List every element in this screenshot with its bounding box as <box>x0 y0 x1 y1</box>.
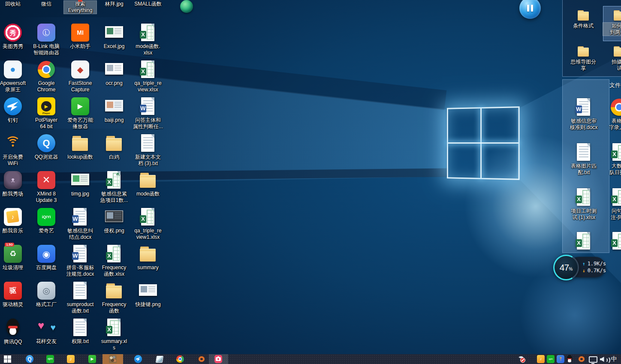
faststone-capture-icon: ◆ <box>71 60 90 79</box>
panel-item-project-hours-test-xlsx[interactable]: X项目工时测试 (1).xlsx <box>567 188 600 221</box>
icon-label: FastStoneCapture <box>64 80 96 93</box>
desktop-icon-sumproduct-txt[interactable]: sumproduct函数.txt <box>64 281 96 314</box>
desktop-icon-iqiyi-player[interactable]: ▶爱奇艺万能播放器 <box>64 97 96 130</box>
desktop-icon-frequency-function-folder[interactable]: Frequency函数 <box>98 281 130 314</box>
tb-iqiyi-player-icon: ▶ <box>88 355 96 363</box>
panel-item-excel-file-bottom-left[interactable]: X <box>567 232 600 250</box>
desktop-icon-qa-subject-attr-docx[interactable]: W问答主体和属性判断任... <box>132 97 164 130</box>
taskbar-ime-indicator[interactable]: 中 <box>609 354 621 364</box>
driver-genius-icon: 驱 <box>3 281 22 300</box>
desktop-icon-mi-assistant[interactable]: MI小米助手 <box>64 23 96 50</box>
desktop-icon-meitu-xiuxiu[interactable]: 秀美图秀秀 <box>0 23 29 50</box>
taskbar-tb-faststone-ring[interactable] <box>195 354 208 364</box>
panel-item-table-pic-text-entry[interactable]: 表格图字录入项 <box>603 98 621 131</box>
desktop-icon-kuwo-music[interactable]: ♪酷我音乐 <box>0 208 29 234</box>
desktop-icon-baiji-png[interactable]: baiji.png <box>98 97 130 123</box>
desktop-icon-qa-triple-review1-xlsx[interactable]: Xqa_triple_review1.xlsx <box>132 208 164 241</box>
desktop-icon-lookup-function-folder[interactable]: lookup函数 <box>64 134 96 160</box>
desktop-icon-qa-triple-review-xlsx[interactable]: Xqa_triple_review.xlsx <box>132 60 164 93</box>
desktop-icon-summary-xls[interactable]: Xsummary.xls <box>98 318 130 351</box>
desktop-icon-sensitive-knot-docx[interactable]: W敏感信息纠结点.docx <box>64 208 96 241</box>
pause-button[interactable] <box>519 0 541 19</box>
desktop-icon-hotkey-png[interactable]: 快捷键.png <box>132 281 164 308</box>
icon-label: 酷我音乐 <box>0 228 29 234</box>
desktop-icon-qinquan-png[interactable]: 侵权.png <box>98 208 130 234</box>
icon-label: 格式工厂 <box>30 301 63 308</box>
icon-label: timg.jpg <box>64 191 96 197</box>
excel-jpg-icon <box>105 23 124 42</box>
tb-iqiyi-icon: iQIYI <box>46 355 54 363</box>
usage-percent-circle[interactable]: 47% <box>553 255 579 280</box>
desktop-icon-small-function[interactable]: SMALL函数 <box>132 0 164 7</box>
panel-item-excel-file-bottom-right[interactable]: X <box>603 232 621 250</box>
taskbar-tb-glass-app[interactable] <box>153 354 166 364</box>
desktop-icon-excel-jpg[interactable]: Excel.jpg <box>98 23 130 50</box>
desktop-icon-dingtalk[interactable]: 钉钉 <box>0 97 29 123</box>
desktop-icon-ocr-png[interactable]: ocr.png <box>98 60 130 87</box>
desktop-icon-mode-function-folder[interactable]: mode函数 <box>132 171 164 197</box>
icon-label: 敏感信息审核准则.docx <box>567 118 600 131</box>
icon-label: 花样交友 <box>30 338 63 345</box>
desktop-icon-google-chrome[interactable]: GoogleChrome <box>30 60 63 93</box>
taskbar-tray-wifi-disconnected[interactable] <box>515 354 528 364</box>
taskbar-start-button[interactable] <box>1 354 14 364</box>
panel-item-question-match-ali[interactable]: X问句匹注-阿里 <box>603 188 621 221</box>
desktop-icon-frequency-function-xlsx[interactable]: XFrequency函数.xlsx <box>98 244 130 277</box>
desktop-icon-quanxian-txt[interactable]: 权限.txt <box>64 318 96 345</box>
desktop-icon-blink-router[interactable]: ⓁB-Link 电脑智能路由器 <box>30 23 63 56</box>
taskbar-tb-qq-browser[interactable]: Q <box>23 354 36 364</box>
desktop-icon-mode-function-xlsx[interactable]: Xmode函数.xlsx <box>132 23 164 56</box>
desktop-icon-baiji-folder[interactable]: 白鸡 <box>98 134 130 160</box>
icon-label: 小米助手 <box>64 43 96 50</box>
desktop-icon-timg-jpg[interactable]: timg.jpg <box>64 171 96 197</box>
desktop-icon-new-text-doc-txt[interactable]: 新建文本文档 (3).txt <box>132 134 164 167</box>
desktop-icon-kuwo-show[interactable]: ᴥ酷我秀场 <box>0 171 29 197</box>
desktop-icon-search-everything[interactable]: 搜索Everything <box>64 0 96 14</box>
icon-label: XMind 8Update 3 <box>30 191 63 204</box>
desktop-icon-tencent-qq[interactable]: 腾讯QQ <box>0 318 29 345</box>
taskbar-tb-active-app[interactable] <box>102 354 123 364</box>
baidu-netdisk-icon: ◉ <box>37 244 56 263</box>
desktop-icon-wechat[interactable]: 微信 <box>30 0 63 7</box>
desktop-icon-free-wifi[interactable]: 开启免费WiFi <box>0 134 29 167</box>
taskbar-tray-qq[interactable] <box>563 354 576 364</box>
desktop-icon-format-factory[interactable]: ◎格式工厂 <box>30 281 63 308</box>
icon-label: 大数据队日报 2 <box>603 163 621 176</box>
taskbar-tb-dingtalk[interactable] <box>132 354 145 364</box>
globe-widget-icon[interactable] <box>180 0 193 13</box>
free-wifi-icon <box>3 134 22 153</box>
desktop-icon-apowersoft-recorder[interactable]: ●Apowersoft录屏王 <box>0 60 29 93</box>
panel-item-howto-folder[interactable]: 如何快到两个E <box>603 9 621 36</box>
desktop-icon-sensitive-urgent-data[interactable]: a,X敏感信息紧急项目1数... <box>98 171 130 204</box>
taskbar-tb-iqiyi-player[interactable]: ▶ <box>86 354 99 364</box>
taskbar-tb-chrome[interactable] <box>174 354 187 364</box>
panel-item-table-pic-match-txt[interactable]: 表格图片匹配.txt <box>567 143 600 176</box>
desktop-icon-trash-clean[interactable]: ♻1.5G垃圾清理 <box>0 244 29 271</box>
desktop-icon-potplayer[interactable]: ▶PlayerPotPlayer64 bit <box>30 97 63 130</box>
desktop-icon-pinyin-service-docx[interactable]: W拼音-客服标注规范.docx <box>64 244 96 277</box>
kuwo-music-icon: ♪ <box>3 208 22 226</box>
desktop-icon-baidu-netdisk[interactable]: ◉百度网盘 <box>30 244 63 271</box>
icon-label: GoogleChrome <box>30 80 63 93</box>
icon-label: B-Link 电脑智能路由器 <box>30 43 63 56</box>
panel-item-bigdata-team-daily[interactable]: X大数据队日报 2 <box>603 143 621 176</box>
icon-label: 搜索Everything <box>64 1 96 14</box>
taskbar-tb-iqiyi[interactable]: iQIYI <box>44 354 57 364</box>
desktop-icon-recycle-bin[interactable]: 回收站 <box>0 0 29 7</box>
taskbar-tb-kuwo-music[interactable]: ♪ <box>64 354 77 364</box>
desktop-icon-xmind[interactable]: ✕XMind 8Update 3 <box>30 171 63 204</box>
panel-item-cond-format-folder[interactable]: 条件格式 <box>567 9 600 29</box>
panel-item-sensitive-review-rules-docx[interactable]: W敏感信息审核准则.docx <box>567 98 600 131</box>
panel-item-mindmap-share-folder[interactable]: 思维导图分享 <box>567 45 600 72</box>
iqiyi-icon: iQIYI <box>37 208 56 226</box>
desktop-icon-qq-browser[interactable]: QQQ浏览器 <box>30 134 63 160</box>
desktop-icon-driver-genius[interactable]: 驱驱动精灵 <box>0 281 29 308</box>
icon-label: mode函数.xlsx <box>132 43 164 56</box>
panel-item-shooting-test-folder[interactable]: 拍摄项试 <box>603 45 621 72</box>
desktop-icon-faststone-capture[interactable]: ◆FastStoneCapture <box>64 60 96 93</box>
desktop-icon-iqiyi[interactable]: iQIYI爱奇艺 <box>30 208 63 234</box>
desktop-icon-huayang-dating[interactable]: ♥♥花样交友 <box>30 318 63 345</box>
desktop-icon-linbai-jpg[interactable]: 林拜.jpg <box>98 0 130 7</box>
taskbar-tb-camera-app[interactable] <box>209 354 228 364</box>
desktop-icon-summary-folder[interactable]: summary <box>132 244 164 271</box>
